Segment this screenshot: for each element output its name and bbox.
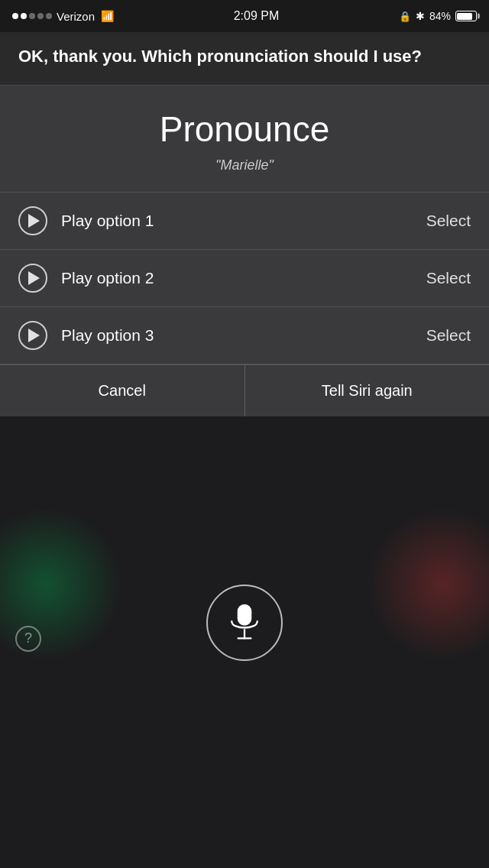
option-row-1: Play option 1 Select [0,193,489,250]
option-2-left: Play option 2 [18,264,154,293]
siri-glow-red [367,508,489,661]
bluetooth-icon: ✱ [416,10,425,22]
siri-question: OK, thank you. Which pronunciation shoul… [18,46,471,68]
siri-mic-button[interactable] [206,585,283,661]
siri-header: OK, thank you. Which pronunciation shoul… [0,32,489,85]
status-left: Verizon 📶 [12,10,114,23]
play-option-2-button[interactable] [18,264,47,293]
select-option-2-button[interactable]: Select [426,269,471,287]
play-triangle-icon [28,214,40,228]
signal-dot-2 [21,13,27,19]
play-triangle-icon [28,329,40,342]
status-bar: Verizon 📶 2:09 PM 🔒 ✱ 84% [0,0,489,32]
play-option-1-button[interactable] [18,206,47,235]
time-display: 2:09 PM [234,9,280,23]
battery-fill [457,13,471,20]
siri-background-area: ? [0,416,489,707]
option-1-label: Play option 1 [61,212,154,230]
help-label: ? [24,630,32,646]
svg-rect-0 [238,604,252,625]
option-row-3: Play option 3 Select [0,307,489,364]
carrier-label: Verizon [57,10,95,23]
cancel-button[interactable]: Cancel [0,365,245,416]
signal-dots [12,13,52,19]
pronounce-name: "Marielle" [18,157,471,173]
bottom-actions: Cancel Tell Siri again [0,364,489,416]
wifi-icon: 📶 [101,10,114,22]
pronounce-card: Pronounce "Marielle" [0,85,489,192]
signal-dot-4 [37,13,44,19]
help-button[interactable]: ? [15,626,41,652]
select-option-1-button[interactable]: Select [426,212,471,230]
battery-bar [455,11,477,21]
option-1-left: Play option 1 [18,206,154,235]
signal-dot-5 [46,13,52,19]
options-list: Play option 1 Select Play option 2 Selec… [0,192,489,364]
tell-siri-again-button[interactable]: Tell Siri again [245,365,490,416]
option-2-label: Play option 2 [61,269,154,287]
play-triangle-icon [28,271,40,285]
lock-icon: 🔒 [399,11,411,22]
signal-dot-1 [12,13,18,19]
microphone-icon [228,603,261,643]
pronounce-title: Pronounce [18,108,471,150]
status-right: 🔒 ✱ 84% [399,10,477,22]
signal-dot-3 [29,13,35,19]
option-3-label: Play option 3 [61,326,154,345]
option-3-left: Play option 3 [18,321,154,350]
select-option-3-button[interactable]: Select [426,326,471,345]
siri-mic-container [206,585,283,661]
option-row-2: Play option 2 Select [0,250,489,307]
battery-percentage: 84% [429,10,451,22]
play-option-3-button[interactable] [18,321,47,350]
